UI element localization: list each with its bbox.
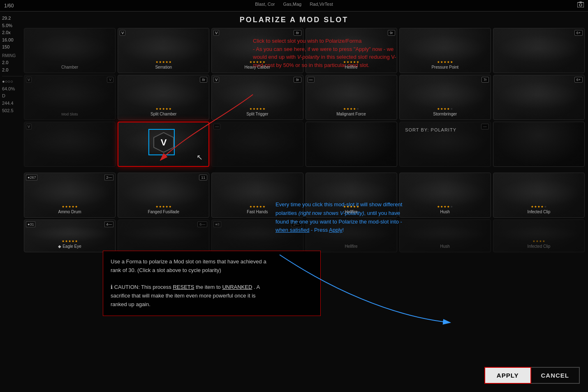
mod-slot-fanged-fusillade[interactable]: 11 Fanged Fusillade <box>118 173 209 218</box>
stat-value-3: 2.0x <box>2 29 23 37</box>
annotation-red: Click to select slot you wish to Polariz… <box>253 37 500 69</box>
mod-slot-stormbringer[interactable]: 7r Stormbringer <box>399 75 491 120</box>
mod-slot-r2c5[interactable] <box>493 122 585 167</box>
rank-badge-st: 9r <box>294 77 301 83</box>
polarity-badge-serration: V <box>120 30 125 36</box>
svg-rect-2 <box>579 2 582 3</box>
annotation-blue-apply: Apply <box>329 227 343 233</box>
mod-slot-split-trigger[interactable]: V 9r Split Trigger <box>211 75 303 120</box>
rank-badge-sb: 7r <box>482 77 489 83</box>
stars-hf2 <box>343 205 359 208</box>
stat-value-8: 64.0% <box>2 85 23 93</box>
stat-value-4: 16.00 <box>2 37 23 44</box>
rank-badge-sc: 8r <box>200 77 207 83</box>
info-icon: ℹ <box>111 284 114 290</box>
rank-badge-r1c0: V <box>107 77 113 83</box>
info-line1: Use a Forma to polarize a Mod slot on it… <box>111 258 313 266</box>
caution-prefix: CAUTION: This process <box>114 284 173 290</box>
mod-slot-r1c5[interactable]: 6+ <box>493 75 585 120</box>
stars-ic2 <box>532 240 545 242</box>
mod-slot-r1c0[interactable]: V V Mod Slots <box>24 75 116 120</box>
annotation-red-line1: Click to select slot you wish to Polariz… <box>253 38 361 44</box>
screenshot-icon[interactable] <box>577 2 584 9</box>
apply-button[interactable]: APPLY <box>484 367 531 384</box>
rank-badge-r4c1: 6— <box>197 221 207 227</box>
stars-st <box>250 108 265 110</box>
page-title: POLARIZE A MOD SLOT <box>0 12 588 28</box>
mod-slot-r2c3[interactable] <box>306 122 397 167</box>
mod-slot-chamber[interactable]: Chamber <box>24 28 116 73</box>
stat-value-6: 2.0 <box>2 59 23 67</box>
caution-end: . A <box>254 284 260 290</box>
annotation-red-line3: would end up with V-polarity in this sel… <box>253 54 396 60</box>
annotation-blue-line2: polarities (right now shows V-polarity),… <box>275 210 400 216</box>
stars-hc <box>250 61 265 63</box>
polarity-badge-mf: — <box>308 77 315 83</box>
caution-line2: sacrifice that will make the item even m… <box>111 292 313 300</box>
mod-grid-row-1: V V Mod Slots 8r Split Chamber V 9r Spli… <box>24 75 585 120</box>
mod-slot-split-chamber[interactable]: 8r Split Chamber <box>118 75 209 120</box>
mod-slot-ammo-drum[interactable]: ●267 2— Ammo Drum <box>24 173 116 218</box>
caution-resets: RESETS <box>173 284 194 290</box>
stars-sb <box>437 108 453 110</box>
stars-hellfire <box>343 61 359 63</box>
stat-percent: ●○○○ <box>2 78 23 85</box>
rank-badge-hellfire: 9r <box>388 30 395 36</box>
info-box: Use a Forma to polarize a Mod slot on it… <box>103 251 321 316</box>
annotation-red-italic: V-polarity <box>297 54 319 60</box>
caution-unranked: UNRANKED <box>222 284 252 290</box>
stars-sc <box>156 108 171 110</box>
sort-by-label: SORT BY: POLARITY <box>405 127 456 132</box>
mod-slot-eagle-eye[interactable]: ●31 4— ◆ Eagle Eye <box>24 219 116 252</box>
filter-tab-1[interactable]: Blast, Cor <box>255 2 275 7</box>
svg-point-1 <box>579 4 582 6</box>
polarity-badge-r2c2: — <box>213 124 220 129</box>
stars-mf <box>343 108 359 110</box>
rank-badge-r2c4: — <box>481 124 489 129</box>
stars-ff <box>156 205 171 208</box>
annotation-blue-line4: when satisfied - Press Apply! <box>275 227 344 233</box>
mod-slot-r2c2[interactable]: — <box>211 122 303 167</box>
mod-grid-row-2: V V ↖ — — <box>24 122 585 167</box>
stat-value-5: 150 <box>2 44 23 51</box>
ammo-cost: ●267 <box>26 175 37 180</box>
rank-badge-r0c5: 6+ <box>574 30 583 36</box>
mod-slot-r4c1[interactable]: 6— <box>118 219 209 252</box>
stars-eagle <box>62 240 78 242</box>
info-line2: rank of 30. (Click a slot above to cycle… <box>111 266 313 275</box>
annotation-red-line2: - As you can see here, if we were to pre… <box>253 46 394 52</box>
mod-slot-malignant-force[interactable]: — Malignant Force <box>306 75 397 120</box>
r4c2-cost: ●8 <box>213 221 221 227</box>
polarity-badge-hc: V <box>213 30 219 36</box>
stat-separator <box>2 76 23 76</box>
rank-badge-ff: 11 <box>199 175 207 180</box>
stat-value-10: 244.4 <box>2 100 23 107</box>
polarity-badge-r1c0: V <box>26 77 32 83</box>
filter-tab-3[interactable]: Rad,VirTest <box>310 2 333 7</box>
filter-tabs: Blast, Cor Gas,Mag Rad,VirTest <box>255 2 333 7</box>
mod-slot-r2c0[interactable]: V <box>24 122 116 167</box>
stars-serration <box>156 61 171 63</box>
annotation-blue: Every time you click this mod-slot it wi… <box>275 201 572 235</box>
counter-label: 1/60 <box>4 3 14 9</box>
mod-slot-active-v[interactable]: V ↖ <box>118 122 209 167</box>
stat-label-rming: RMING <box>2 53 23 59</box>
ammo-rank: 2— <box>104 175 113 180</box>
top-bar: 1/60 Blast, Cor Gas,Mag Rad,VirTest <box>0 0 588 12</box>
stars-fh <box>250 205 265 208</box>
polarity-badge-r2c0: V <box>26 124 32 129</box>
cancel-button[interactable]: CANCEL <box>531 367 580 384</box>
filter-tab-2[interactable]: Gas,Mag <box>283 2 302 7</box>
info-caution: ℹ CAUTION: This process RESETS the item … <box>111 283 313 292</box>
stars-ic <box>531 205 546 208</box>
bottom-buttons: APPLY CANCEL <box>484 367 580 384</box>
rank-badge-r1c5: 6+ <box>574 77 583 83</box>
annotation-blue-line1: Every time you click this mod-slot it wi… <box>275 201 402 208</box>
polarity-badge-st: V <box>213 77 219 83</box>
stars-hush <box>437 205 453 208</box>
mod-slot-r0c5[interactable]: 6+ <box>493 28 585 73</box>
mod-slot-serration[interactable]: V Serration <box>118 28 209 73</box>
stars-ammo <box>62 205 78 208</box>
polarity-v-hexagon: V <box>152 131 175 154</box>
caution-line3: ranked up again. <box>111 300 313 309</box>
